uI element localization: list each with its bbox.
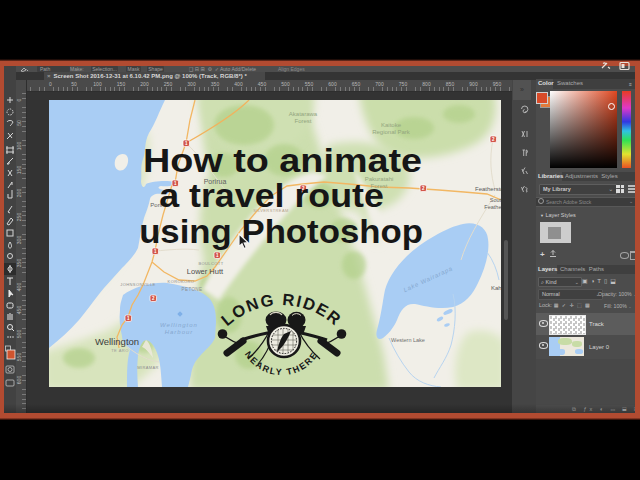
svg-text:Akatarawa: Akatarawa <box>289 111 318 117</box>
svg-text:Regional Park: Regional Park <box>372 129 411 135</box>
svg-text:BOULCOTT: BOULCOTT <box>199 261 224 266</box>
svg-text:Wellington: Wellington <box>160 322 198 328</box>
svg-text:KOROKORO: KOROKORO <box>168 279 195 284</box>
svg-text:Harbour: Harbour <box>165 329 194 335</box>
svg-text:JOHNSONVILLE: JOHNSONVILLE <box>120 282 155 287</box>
svg-text:Wellington: Wellington <box>95 336 139 347</box>
svg-text:Western Lake: Western Lake <box>391 337 425 343</box>
svg-text:Lower Hutt: Lower Hutt <box>187 267 224 276</box>
svg-text:MIRAMAR: MIRAMAR <box>137 365 159 370</box>
svg-text:PETONE: PETONE <box>182 287 203 292</box>
svg-text:Kahu: Kahu <box>491 285 501 291</box>
svg-text:TE ARO: TE ARO <box>111 348 129 353</box>
svg-text:Forest: Forest <box>294 118 311 124</box>
svg-text:Kaitoke: Kaitoke <box>381 122 402 128</box>
